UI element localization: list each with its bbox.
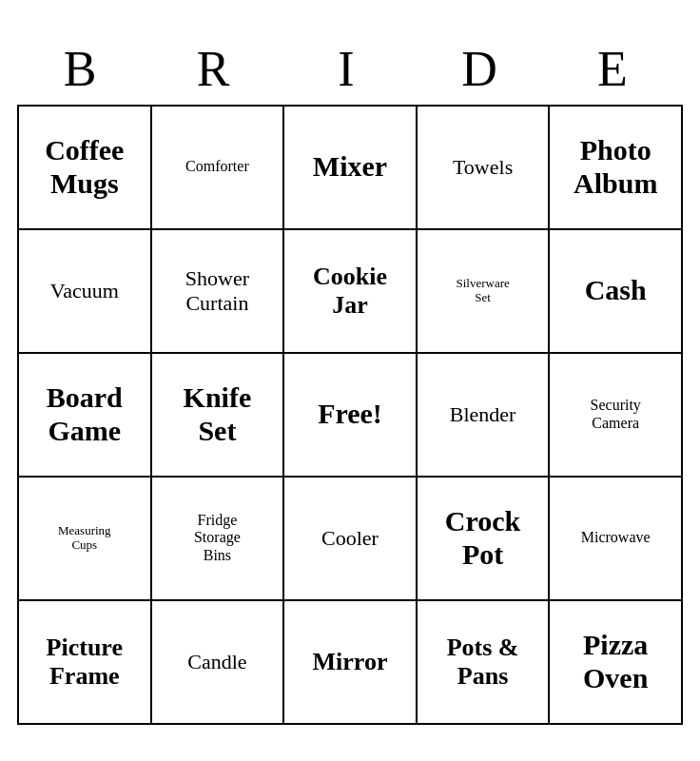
bingo-cell-r1-c1: ShowerCurtain xyxy=(152,230,285,354)
header-letter: R xyxy=(150,37,283,101)
bingo-cell-r4-c3: Pots &Pans xyxy=(418,601,551,725)
bingo-cell-r2-c0: BoardGame xyxy=(19,354,152,478)
bingo-cell-r3-c3: CrockPot xyxy=(418,478,551,601)
cell-label: Mirror xyxy=(313,648,388,676)
bingo-cell-r1-c2: CookieJar xyxy=(284,230,418,354)
cell-label: MeasuringCups xyxy=(58,524,111,553)
bingo-cell-r2-c3: Blender xyxy=(418,354,551,478)
cell-label: Mixer xyxy=(313,150,387,184)
bingo-cell-r0-c4: PhotoAlbum xyxy=(550,107,683,230)
header-letter: E xyxy=(550,37,683,101)
cell-label: PizzaOven xyxy=(583,629,648,694)
cell-label: ShowerCurtain xyxy=(185,266,249,315)
cell-label: PictureFrame xyxy=(47,634,123,691)
header-letter: D xyxy=(417,37,550,101)
cell-label: Blender xyxy=(450,402,516,426)
bingo-cell-r2-c4: SecurityCamera xyxy=(550,354,683,478)
bingo-cell-r3-c0: MeasuringCups xyxy=(19,478,152,601)
bingo-cell-r2-c1: KnifeSet xyxy=(152,354,285,478)
bingo-cell-r2-c2: Free! xyxy=(284,354,418,478)
cell-label: CoffeeMugs xyxy=(45,134,124,200)
bingo-cell-r3-c1: FridgeStorageBins xyxy=(152,478,285,601)
bingo-card: BRIDE CoffeeMugsComforterMixerTowelsPhot… xyxy=(17,37,683,725)
cell-label: Comforter xyxy=(185,158,249,175)
cell-label: Pots &Pans xyxy=(447,634,519,691)
bingo-header: BRIDE xyxy=(17,37,683,101)
cell-label: Cash xyxy=(585,274,647,307)
cell-label: FridgeStorageBins xyxy=(194,512,241,564)
bingo-cell-r0-c2: Mixer xyxy=(284,107,418,230)
cell-label: KnifeSet xyxy=(184,381,252,447)
cell-label: CookieJar xyxy=(313,263,387,320)
bingo-cell-r1-c0: Vacuum xyxy=(19,230,152,354)
cell-label: CrockPot xyxy=(445,505,520,571)
header-letter: I xyxy=(283,37,417,101)
cell-label: PhotoAlbum xyxy=(574,134,657,200)
bingo-cell-r0-c1: Comforter xyxy=(152,107,285,230)
bingo-cell-r3-c4: Microwave xyxy=(550,478,683,601)
bingo-cell-r0-c3: Towels xyxy=(418,107,551,230)
cell-label: BoardGame xyxy=(47,381,123,447)
cell-label: Free! xyxy=(318,398,382,431)
cell-label: SilverwareSet xyxy=(456,277,509,305)
bingo-cell-r4-c4: PizzaOven xyxy=(550,601,683,725)
bingo-cell-r4-c2: Mirror xyxy=(284,601,418,725)
header-letter: B xyxy=(17,37,150,101)
bingo-cell-r4-c0: PictureFrame xyxy=(19,601,152,725)
bingo-cell-r0-c0: CoffeeMugs xyxy=(19,107,152,230)
cell-label: Cooler xyxy=(321,526,379,550)
cell-label: Towels xyxy=(453,155,513,179)
cell-label: SecurityCamera xyxy=(591,397,641,432)
cell-label: Microwave xyxy=(581,529,651,546)
cell-label: Vacuum xyxy=(50,279,119,302)
bingo-cell-r3-c2: Cooler xyxy=(284,478,418,601)
bingo-cell-r1-c4: Cash xyxy=(550,230,683,354)
bingo-cell-r1-c3: SilverwareSet xyxy=(418,230,551,354)
bingo-grid: CoffeeMugsComforterMixerTowelsPhotoAlbum… xyxy=(17,105,683,725)
cell-label: Candle xyxy=(187,650,246,673)
bingo-cell-r4-c1: Candle xyxy=(152,601,285,725)
